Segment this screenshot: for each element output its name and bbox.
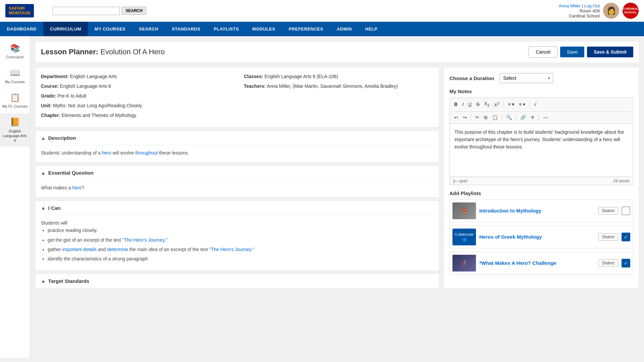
user-info: Anna Miller | Log Out Room 409 Cardinal … <box>559 3 639 19</box>
department-label: Department: <box>41 74 68 79</box>
search-input[interactable] <box>53 7 120 15</box>
editor-area[interactable]: This purpose of this chapter is to build… <box>449 123 633 177</box>
section-ts-title: Target Standards <box>48 278 89 284</box>
superscript-button[interactable]: X2 <box>492 100 501 109</box>
nav-preferences[interactable]: PREFERENCES <box>282 22 330 36</box>
sidebar-item-my-courses[interactable]: 📖 My Courses <box>0 64 30 87</box>
add-playlists-label: Add Playlists <box>449 190 633 196</box>
cancel-button[interactable]: Cancel <box>529 46 557 58</box>
save-submit-button[interactable]: Save & Submit <box>587 47 633 57</box>
copy-button[interactable]: ⧉ <box>482 114 489 121</box>
section-description-header[interactable]: ▲ Description <box>36 131 439 145</box>
sidebar: 📚 Curriculum 📖 My Courses 📋 My PL Course… <box>0 36 30 358</box>
toolbar-sep6 <box>539 114 539 120</box>
grade-row: Grade: Pre-K to Adult <box>41 93 230 100</box>
playlist-info-greek: Heros of Greek Mythology <box>479 234 595 240</box>
nav-help[interactable]: HELP <box>359 22 384 36</box>
nav-playlists[interactable]: PLAYLISTS <box>207 22 246 36</box>
link-button[interactable]: 🔗 <box>519 114 528 121</box>
ican-link3[interactable]: determine <box>107 247 128 252</box>
playlist-name-mythology[interactable]: Introduction to Mythology <box>479 208 541 214</box>
page-header: Lesson Planner: Evolution Of A Hero Canc… <box>36 42 639 62</box>
list-item: gather important details and determine t… <box>48 246 433 253</box>
paste-button[interactable]: 📋 <box>490 114 499 121</box>
bold-button[interactable]: B <box>452 101 459 108</box>
ican-link1[interactable]: "The Hero's Journey." <box>122 237 168 243</box>
section-eq-title: Essential Question <box>48 170 94 176</box>
eq-link[interactable]: hero <box>72 185 82 190</box>
playlist-name-hero[interactable]: *What Makes A Hero? Challenge <box>479 260 556 266</box>
playlist-item-hero: 🦸 *What Makes A Hero? Challenge District… <box>449 252 633 275</box>
sparkle-button[interactable]: ✳ <box>529 114 536 121</box>
redo-button[interactable]: ↪ <box>461 114 469 121</box>
section-ican-header[interactable]: ▲ I Can <box>36 201 439 215</box>
ordered-list-button[interactable]: ≡ ▾ <box>517 101 527 108</box>
content-area: Lesson Planner: Evolution Of A Hero Canc… <box>30 36 644 358</box>
school-logo: CARDINALSCHOOL <box>623 3 639 19</box>
ican-link2[interactable]: important details <box>62 247 97 252</box>
playlist-item-greek: Collaborate 👥 Heros of Greek Mythology D… <box>449 226 633 248</box>
editor-footer: p › span 29 words <box>449 177 633 185</box>
search-button[interactable]: SEARCH <box>122 7 146 15</box>
description-link2[interactable]: throughout <box>135 150 158 156</box>
playlist-check-hero[interactable]: ✓ <box>622 259 630 267</box>
sidebar-item-pl-courses[interactable]: 📋 My PL Courses <box>0 89 30 112</box>
save-button[interactable]: Save <box>560 47 584 57</box>
hr-button[interactable]: — <box>541 114 549 121</box>
logo[interactable]: SAFARI MONTAGE <box>5 4 34 18</box>
nav-dashboard[interactable]: DASHBOARD <box>0 22 43 36</box>
thumb-icon-greek: Collaborate 👥 <box>452 231 476 243</box>
duration-select-wrapper: Select 1 Day 2 Days 3 Days 1 Week 2 Week… <box>499 73 553 83</box>
sidebar-item-ela6[interactable]: 📙 English Language Arts 6 <box>0 113 30 146</box>
playlist-name-greek[interactable]: Heros of Greek Mythology <box>479 234 542 240</box>
find-button[interactable]: 🔍 <box>504 114 514 121</box>
section-eq-body: What makes a hero? <box>36 180 439 197</box>
description-link[interactable]: hero <box>102 150 111 156</box>
unordered-list-button[interactable]: ≡ ▾ <box>506 101 516 108</box>
info-col-right: Classes: English Language Arts 6 (ELA-10… <box>244 73 433 122</box>
ican-link4[interactable]: "The Hero's Journey." <box>209 247 255 252</box>
right-panel: Choose a Duration Select 1 Day 2 Days 3 … <box>444 68 639 288</box>
logo-line1: SAFARI <box>9 6 31 11</box>
playlist-badge-hero: District <box>598 259 618 267</box>
underline-button[interactable]: U <box>467 101 473 108</box>
nav-curriculum[interactable]: CURRICULUM <box>43 22 88 36</box>
nav-standards[interactable]: STANDARDS <box>165 22 207 36</box>
teachers-value: Anna Miller, (Mae Martin, Savannah Simmo… <box>267 83 398 89</box>
playlist-thumb-mythology: 🏺 <box>452 202 476 219</box>
cut-button[interactable]: ✂ <box>474 114 481 121</box>
playlist-check-mythology[interactable] <box>622 206 630 215</box>
subscript-button[interactable]: X2 <box>482 100 491 108</box>
nav-admin[interactable]: ADMIN <box>330 22 359 36</box>
nav-modules[interactable]: MODULES <box>246 22 282 36</box>
duration-label: Choose a Duration <box>449 75 494 81</box>
strikethrough-button[interactable]: S <box>475 101 481 108</box>
nav-search[interactable]: SEARCH <box>132 22 165 36</box>
special-chars-button[interactable]: √ <box>532 101 538 108</box>
grade-label: Grade: <box>41 93 56 99</box>
pl-courses-icon: 📋 <box>10 92 20 103</box>
section-eq-header[interactable]: ▲ Essential Question <box>36 166 439 180</box>
list-item: get the gist of an excerpt of the text "… <box>48 236 433 244</box>
playlist-check-greek[interactable]: ✓ <box>622 233 630 241</box>
duration-select[interactable]: Select 1 Day 2 Days 3 Days 1 Week 2 Week… <box>499 73 553 83</box>
sidebar-item-curriculum[interactable]: 📚 Curriculum <box>0 40 30 63</box>
department-value: English Language Arts <box>70 74 117 79</box>
undo-button[interactable]: ↩ <box>452 114 460 121</box>
course-value: English Language Arts 6 <box>60 83 111 89</box>
user-name-link[interactable]: Anna Miller <box>559 3 581 8</box>
logout-link[interactable]: Log Out <box>584 3 600 8</box>
user-details: Anna Miller | Log Out Room 409 Cardinal … <box>559 3 600 18</box>
section-essential-question: ▲ Essential Question What makes a hero? <box>36 166 439 197</box>
classes-label: Classes: <box>244 74 263 79</box>
section-ican-title: I Can <box>48 205 61 211</box>
section-description-title: Description <box>48 135 76 141</box>
playlist-info-hero: *What Makes A Hero? Challenge <box>479 260 595 266</box>
nav-my-courses[interactable]: MY COURSES <box>88 22 132 36</box>
toggle-icon-ican: ▲ <box>41 205 46 210</box>
thumb-icon-hero: 🦸 <box>461 259 468 267</box>
section-ts-header[interactable]: ▲ Target Standards <box>36 274 439 288</box>
info-col-left: Department: English Language Arts Course… <box>41 73 230 122</box>
italic-button[interactable]: I <box>461 101 465 108</box>
teachers-row: Teachers: Anna Miller, (Mae Martin, Sava… <box>244 83 433 90</box>
